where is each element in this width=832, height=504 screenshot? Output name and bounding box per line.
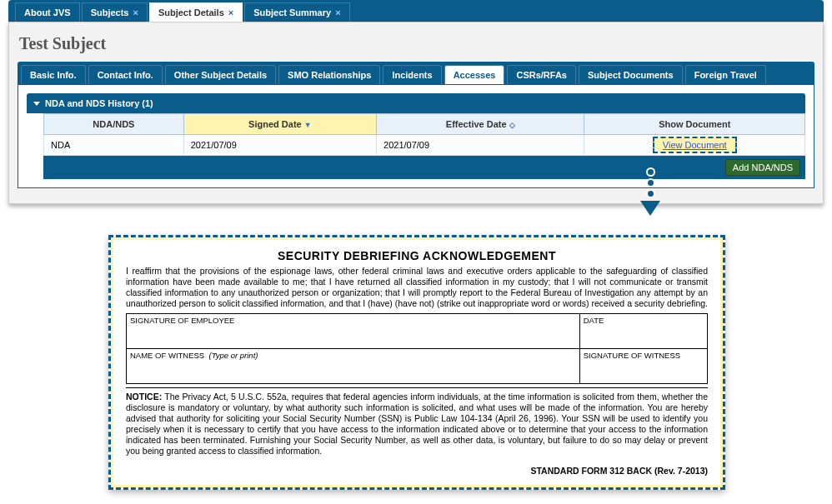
table-row: NDA 2021/07/09 2021/07/09 View Document [44,135,805,156]
inner-tab-bar: Basic Info. Contact Info. Other Subject … [18,62,814,84]
tab-other-details[interactable]: Other Subject Details [165,65,276,84]
cell-type: NDA [44,135,184,156]
accordion-title: NDA and NDS History (1) [45,98,153,108]
tab-subject-details[interactable]: Subject Details × [149,2,243,22]
tab-subjects[interactable]: Subjects × [82,2,148,22]
top-tab-bar: About JVS Subjects × Subject Details × S… [8,0,824,22]
tab-incidents[interactable]: Incidents [383,65,441,84]
tab-label: Subject Details [158,7,224,17]
view-document-link[interactable]: View Document [653,137,737,153]
tab-label: Subject Summary [253,7,331,17]
close-icon[interactable]: × [335,7,340,17]
witness-name-label: NAME OF WITNESS [130,351,204,360]
sig-employee-label: SIGNATURE OF EMPLOYEE [130,316,234,325]
date-label: DATE [584,316,604,325]
col-signed-date[interactable]: Signed Date ▼ [183,114,376,135]
notice-text: The Privacy Act, 5 U.S.C. 552a, requires… [126,392,708,457]
document-body: I reaffirm that the provisions of the es… [126,266,708,310]
tab-basic-info[interactable]: Basic Info. [21,65,86,84]
tab-csrs-rfas[interactable]: CSRs/RFAs [507,65,576,84]
document-title: SECURITY DEBRIEFING ACKNOWLEDGEMENT [126,249,708,262]
nda-nds-history-accordion[interactable]: NDA and NDS History (1) [27,93,805,113]
col-nda-nds[interactable]: NDA/NDS [44,114,184,135]
nda-nds-table: NDA/NDS Signed Date ▼ Effective Date ◇ S… [43,113,805,156]
table-footer: Add NDA/NDS [43,156,805,179]
add-nda-nds-button[interactable]: Add NDA/NDS [725,159,800,176]
dot-icon [646,178,655,187]
tab-subject-summary[interactable]: Subject Summary × [244,2,349,22]
cell-show-doc: View Document [584,135,805,156]
arrow-down-icon [640,201,660,216]
notice-label: NOTICE: [126,392,162,402]
accesses-panel: NDA and NDS History (1) NDA/NDS Signed D… [18,84,814,188]
col-label: Effective Date [446,119,507,129]
callout-connector [642,167,659,237]
page-title: Test Subject [19,34,814,53]
cell-effective: 2021/07/09 [377,135,584,156]
close-icon[interactable]: × [228,7,233,17]
dot-icon [646,189,655,198]
tab-foreign-travel[interactable]: Foreign Travel [685,65,766,84]
col-effective-date[interactable]: Effective Date ◇ [377,114,584,135]
document-notice: NOTICE: The Privacy Act, 5 U.S.C. 552a, … [126,387,708,457]
document-form-id: STANDARD FORM 312 BACK (Rev. 7-2013) [126,466,708,476]
tab-label: About JVS [24,7,71,17]
tab-smo-relationships[interactable]: SMO Relationships [278,65,380,84]
cell-signed: 2021/07/09 [183,135,376,156]
sig-witness-label: SIGNATURE OF WITNESS [584,351,680,360]
tab-about-jvs[interactable]: About JVS [15,2,80,22]
tab-subject-documents[interactable]: Subject Documents [579,65,683,84]
col-show-document: Show Document [584,114,805,135]
tab-accesses[interactable]: Accesses [444,65,505,84]
close-icon[interactable]: × [133,7,138,17]
document-preview-callout: SECURITY DEBRIEFING ACKNOWLEDGEMENT I re… [108,235,725,490]
table-header-row: NDA/NDS Signed Date ▼ Effective Date ◇ S… [44,114,805,135]
col-label: Signed Date [248,119,302,129]
content-panel: Test Subject Basic Info. Contact Info. O… [8,22,824,204]
chevron-down-icon [33,102,40,106]
sort-desc-icon: ▼ [304,121,312,129]
dot-icon [646,167,655,177]
type-or-print-hint: (Type or print) [208,351,258,360]
tab-contact-info[interactable]: Contact Info. [88,65,163,84]
tab-label: Subjects [91,7,129,17]
signature-table: SIGNATURE OF EMPLOYEE DATE NAME OF WITNE… [126,313,708,384]
sort-icon: ◇ [509,121,515,129]
